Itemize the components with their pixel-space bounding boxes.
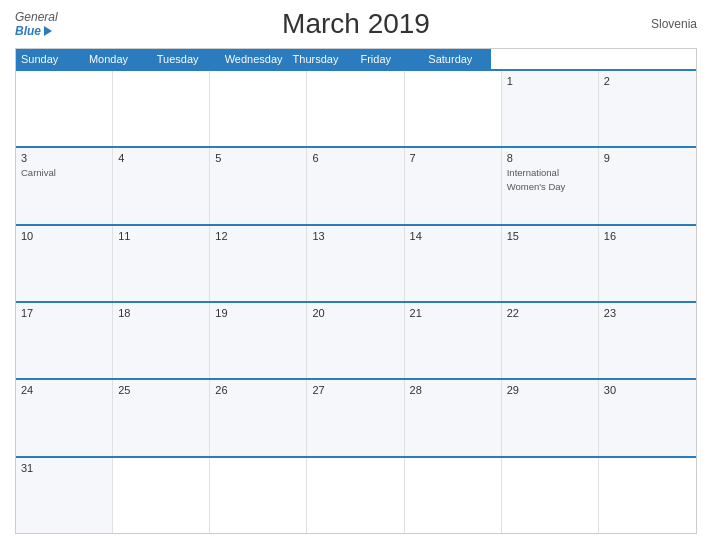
logo-blue-text: Blue [15,24,85,38]
calendar-cell: 5 [210,148,307,223]
calendar-cell: 1 [502,71,599,146]
calendar-week-1: 12 [16,69,696,146]
calendar-cell [599,458,696,533]
weekday-header-monday: Monday [84,49,152,69]
day-number: 9 [604,152,691,164]
calendar-cell: 17 [16,303,113,378]
weekday-header-wednesday: Wednesday [220,49,288,69]
month-year-title: March 2019 [85,8,627,40]
calendar-header-row: SundayMondayTuesdayWednesdayThursdayFrid… [16,49,491,69]
calendar-cell: 9 [599,148,696,223]
calendar-cell [16,71,113,146]
day-number: 22 [507,307,593,319]
day-number: 29 [507,384,593,396]
day-number: 14 [410,230,496,242]
calendar-cell: 27 [307,380,404,455]
calendar-cell: 16 [599,226,696,301]
day-number: 16 [604,230,691,242]
day-number: 23 [604,307,691,319]
calendar-cell: 21 [405,303,502,378]
day-number: 1 [507,75,593,87]
day-number: 31 [21,462,107,474]
calendar-cell: 28 [405,380,502,455]
calendar: SundayMondayTuesdayWednesdayThursdayFrid… [15,48,697,534]
calendar-week-5: 24252627282930 [16,378,696,455]
calendar-cell: 30 [599,380,696,455]
calendar-cell: 26 [210,380,307,455]
logo-general-text: General [15,10,85,24]
calendar-cell: 25 [113,380,210,455]
holiday-label: International Women's Day [507,167,566,191]
day-number: 13 [312,230,398,242]
calendar-cell: 2 [599,71,696,146]
calendar-body: 123Carnival45678International Women's Da… [16,69,696,533]
calendar-cell: 4 [113,148,210,223]
calendar-week-6: 31 [16,456,696,533]
calendar-cell: 22 [502,303,599,378]
day-number: 4 [118,152,204,164]
day-number: 18 [118,307,204,319]
calendar-cell: 24 [16,380,113,455]
calendar-cell: 13 [307,226,404,301]
calendar-cell [405,71,502,146]
calendar-cell: 11 [113,226,210,301]
calendar-cell: 19 [210,303,307,378]
calendar-cell: 10 [16,226,113,301]
day-number: 19 [215,307,301,319]
weekday-header-friday: Friday [355,49,423,69]
day-number: 8 [507,152,593,164]
calendar-cell: 29 [502,380,599,455]
calendar-cell [113,458,210,533]
calendar-cell: 12 [210,226,307,301]
day-number: 25 [118,384,204,396]
holiday-label: Carnival [21,167,56,178]
calendar-cell: 8International Women's Day [502,148,599,223]
day-number: 28 [410,384,496,396]
day-number: 26 [215,384,301,396]
day-number: 2 [604,75,691,87]
calendar-cell [113,71,210,146]
calendar-week-4: 17181920212223 [16,301,696,378]
calendar-cell: 15 [502,226,599,301]
calendar-cell: 7 [405,148,502,223]
country-name: Slovenia [627,17,697,31]
day-number: 3 [21,152,107,164]
calendar-cell: 6 [307,148,404,223]
calendar-cell [307,71,404,146]
calendar-cell [502,458,599,533]
day-number: 15 [507,230,593,242]
calendar-week-2: 3Carnival45678International Women's Day9 [16,146,696,223]
day-number: 24 [21,384,107,396]
weekday-header-tuesday: Tuesday [152,49,220,69]
day-number: 6 [312,152,398,164]
title-container: March 2019 [85,8,627,40]
day-number: 11 [118,230,204,242]
calendar-cell: 14 [405,226,502,301]
day-number: 20 [312,307,398,319]
calendar-cell [210,458,307,533]
page-header: General Blue March 2019Slovenia [15,8,697,40]
calendar-cell [307,458,404,533]
day-number: 21 [410,307,496,319]
calendar-cell: 3Carnival [16,148,113,223]
day-number: 5 [215,152,301,164]
page: General Blue March 2019Slovenia SundayMo… [0,0,712,550]
day-number: 30 [604,384,691,396]
logo-arrow-icon [44,26,52,36]
day-number: 17 [21,307,107,319]
weekday-header-sunday: Sunday [16,49,84,69]
calendar-cell: 18 [113,303,210,378]
calendar-week-3: 10111213141516 [16,224,696,301]
calendar-cell [405,458,502,533]
calendar-cell: 31 [16,458,113,533]
day-number: 10 [21,230,107,242]
calendar-cell: 20 [307,303,404,378]
calendar-cell [210,71,307,146]
day-number: 12 [215,230,301,242]
calendar-cell: 23 [599,303,696,378]
weekday-header-saturday: Saturday [423,49,491,69]
day-number: 27 [312,384,398,396]
logo: General Blue [15,10,85,39]
day-number: 7 [410,152,496,164]
weekday-header-thursday: Thursday [288,49,356,69]
